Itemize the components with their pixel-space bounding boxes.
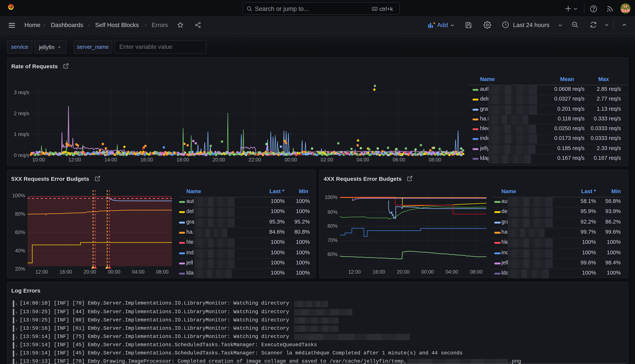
svg-text:80%: 80% (327, 223, 338, 229)
svg-text:02:00: 02:00 (320, 157, 333, 162)
svg-text:2 req/s: 2 req/s (14, 111, 29, 116)
svg-text:12:00: 12:00 (348, 269, 361, 275)
svg-text:08:00: 08:00 (156, 269, 168, 275)
svg-text:100%: 100% (12, 193, 25, 198)
svg-text:16:00: 16:00 (372, 269, 385, 275)
svg-text:22:00: 22:00 (248, 157, 261, 162)
svg-text:60%: 60% (327, 252, 338, 257)
svg-text:80%: 80% (15, 211, 25, 217)
svg-text:04:00: 04:00 (356, 157, 369, 162)
svg-text:20:00: 20:00 (83, 269, 96, 275)
svg-text:3 req/s: 3 req/s (14, 90, 29, 95)
svg-text:20%: 20% (15, 266, 25, 272)
svg-text:00:00: 00:00 (108, 269, 120, 275)
svg-text:16:00: 16:00 (140, 157, 153, 162)
svg-text:10:00: 10:00 (32, 157, 45, 162)
svg-text:40%: 40% (15, 248, 25, 254)
svg-text:60%: 60% (15, 230, 25, 235)
svg-text:12:00: 12:00 (68, 157, 81, 162)
svg-text:06:00: 06:00 (392, 157, 405, 162)
svg-text:04:00: 04:00 (132, 269, 144, 275)
svg-text:18:00: 18:00 (176, 157, 189, 162)
svg-text:08:00: 08:00 (428, 157, 441, 162)
svg-text:00:00: 00:00 (284, 157, 297, 162)
svg-text:00:00: 00:00 (421, 269, 434, 275)
svg-text:04:00: 04:00 (446, 269, 458, 275)
svg-text:90%: 90% (327, 209, 338, 215)
svg-text:20:00: 20:00 (212, 157, 225, 162)
svg-text:14:00: 14:00 (104, 157, 117, 162)
svg-text:1 req/s: 1 req/s (14, 132, 29, 137)
svg-text:0 req/s: 0 req/s (14, 152, 29, 158)
svg-text:08:00: 08:00 (470, 269, 482, 275)
svg-text:20:00: 20:00 (397, 269, 409, 275)
svg-text:16:00: 16:00 (59, 269, 72, 275)
svg-text:70%: 70% (327, 238, 338, 243)
svg-text:12:00: 12:00 (35, 269, 48, 275)
svg-text:100%: 100% (325, 194, 338, 200)
